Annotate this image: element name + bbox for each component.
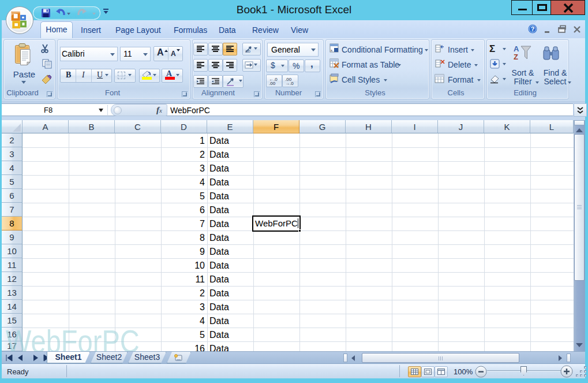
svg-text:.00: .00 bbox=[269, 81, 276, 85]
svg-text:ab: ab bbox=[245, 49, 250, 53]
svg-text:s: s bbox=[331, 49, 332, 52]
svg-text:A: A bbox=[514, 44, 519, 53]
svg-text:?: ? bbox=[531, 25, 535, 32]
svg-text:Z: Z bbox=[514, 53, 518, 61]
svg-text:→.0: →.0 bbox=[285, 81, 294, 85]
